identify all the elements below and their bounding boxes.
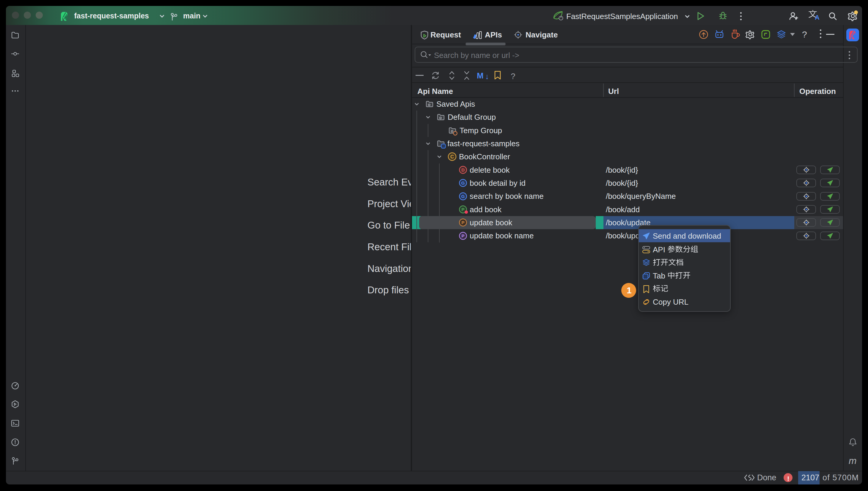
- svg-text:P: P: [461, 207, 464, 212]
- svg-text:C: C: [450, 154, 454, 160]
- svg-text:D: D: [461, 167, 465, 172]
- svg-text:P: P: [461, 233, 464, 238]
- svg-text:P: P: [461, 220, 464, 225]
- svg-text:G: G: [461, 194, 465, 199]
- svg-text:G: G: [461, 180, 465, 185]
